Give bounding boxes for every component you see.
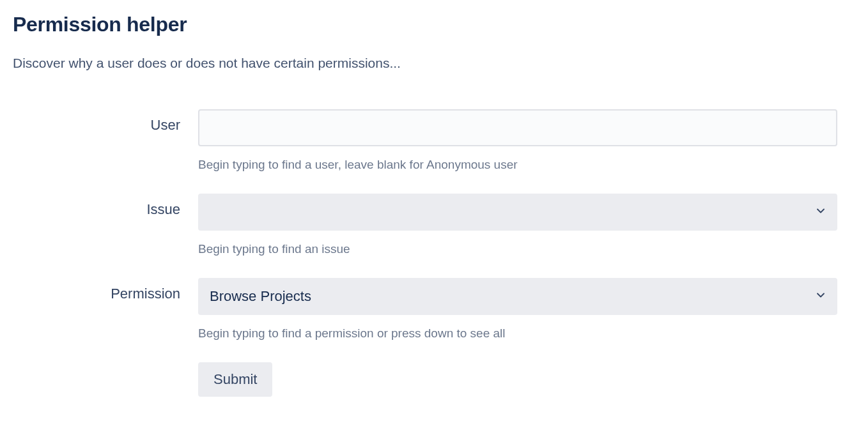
- submit-row: Submit: [13, 362, 855, 397]
- user-label: User: [13, 109, 198, 134]
- page-title: Permission helper: [13, 13, 855, 36]
- user-row: User Begin typing to find a user, leave …: [13, 109, 855, 172]
- page-description: Discover why a user does or does not hav…: [13, 56, 855, 71]
- issue-label: Issue: [13, 194, 198, 218]
- user-input[interactable]: [198, 109, 837, 146]
- permission-help-text: Begin typing to find a permission or pre…: [198, 326, 837, 341]
- permission-label: Permission: [13, 278, 198, 302]
- issue-select[interactable]: [198, 194, 837, 231]
- permission-row: Permission Browse Projects Begin typing …: [13, 278, 855, 341]
- submit-button[interactable]: Submit: [198, 362, 272, 397]
- permission-select-value: Browse Projects: [210, 288, 311, 305]
- permission-select[interactable]: Browse Projects: [198, 278, 837, 315]
- issue-help-text: Begin typing to find an issue: [198, 242, 837, 256]
- issue-row: Issue Begin typing to find an issue: [13, 194, 855, 256]
- user-help-text: Begin typing to find a user, leave blank…: [198, 158, 837, 172]
